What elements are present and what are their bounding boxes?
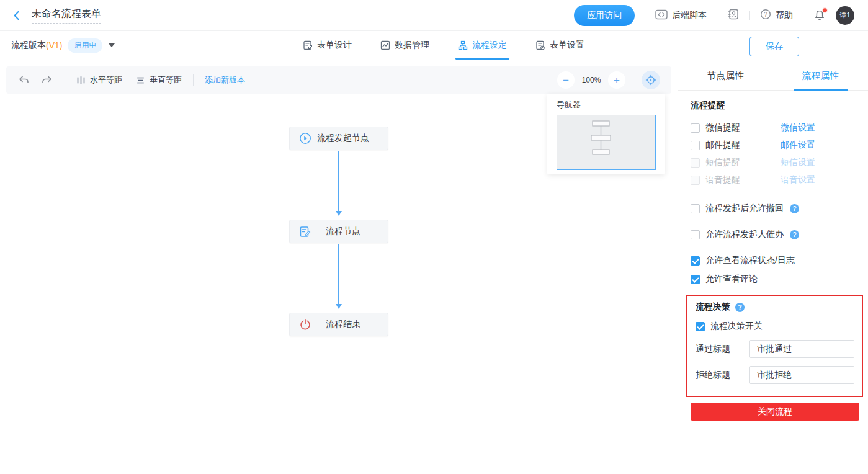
option-allow-withdraw: 流程发起后允许撤回 ? (691, 203, 858, 214)
option-view-status: 允许查看流程状态/日志 (691, 255, 858, 266)
backend-script-label: 后端脚本 (672, 10, 707, 21)
zoom-out-button[interactable]: − (557, 71, 575, 89)
play-icon (299, 132, 311, 145)
reminder-label: 语音提醒 (705, 174, 781, 186)
flow-connector-arrow (338, 244, 339, 307)
data-chart-icon (380, 40, 390, 50)
flow-node-end[interactable]: 流程结束 (289, 313, 388, 336)
tab-flow-settings[interactable]: 流程设定 (458, 31, 507, 60)
email-reminder-checkbox[interactable] (691, 141, 700, 150)
wechat-reminder-checkbox[interactable] (691, 123, 700, 133)
sub-header: 流程版本(V1) 启用中 表单设计 数据管理 流程设定 表单设置 保存 (0, 31, 868, 60)
help-icon[interactable]: ? (790, 230, 799, 239)
reminder-row-sms: 短信提醒 短信设置 (691, 154, 858, 171)
help-button[interactable]: ? 帮助 (760, 9, 793, 22)
panel-tabs: 节点属性 流程属性 (678, 60, 868, 91)
tab-form-design[interactable]: 表单设计 (303, 31, 352, 60)
redo-button[interactable] (41, 74, 53, 86)
horizontal-spacing-button[interactable]: 水平等距 (76, 74, 122, 86)
divider (193, 74, 194, 86)
email-settings-link[interactable]: 邮件设置 (781, 140, 815, 151)
flow-icon (458, 40, 468, 50)
decision-switch-checkbox[interactable] (696, 322, 705, 331)
help-icon[interactable]: ? (735, 303, 745, 312)
vertical-spacing-label: 垂直等距 (150, 74, 182, 86)
save-button[interactable]: 保存 (749, 37, 799, 56)
divider (717, 11, 717, 20)
help-label: 帮助 (776, 10, 793, 21)
help-icon: ? (760, 9, 771, 22)
undo-button[interactable] (17, 74, 30, 86)
divider (803, 11, 803, 20)
version-selector[interactable]: 流程版本(V1) 启用中 (11, 38, 115, 53)
view-comments-checkbox[interactable] (691, 275, 700, 284)
sms-settings-link: 短信设置 (781, 157, 815, 168)
tab-label: 表单设置 (550, 40, 584, 51)
reminder-row-wechat: 微信提醒 微信设置 (691, 119, 858, 136)
form-settings-icon (535, 40, 545, 50)
decision-title: 流程决策 (696, 302, 730, 313)
reminder-label: 短信提醒 (705, 157, 781, 168)
redo-icon (41, 74, 53, 86)
notification-bell-button[interactable] (813, 9, 826, 22)
tab-flow-properties[interactable]: 流程属性 (773, 60, 868, 90)
reminder-row-voice: 语音提醒 语音设置 (691, 171, 858, 189)
zoom-in-button[interactable]: + (608, 71, 625, 89)
vertical-spacing-button[interactable]: 垂直等距 (136, 74, 182, 86)
option-label: 允许查看评论 (705, 274, 758, 285)
form-node-icon (299, 226, 311, 238)
address-book-button[interactable] (727, 8, 740, 22)
flow-canvas[interactable]: 水平等距 垂直等距 添加新版本 − 100% + 流程发起节点 (0, 60, 678, 473)
app-access-button[interactable]: 应用访问 (574, 5, 635, 26)
backend-script-button[interactable]: 后端脚本 (655, 9, 707, 22)
reject-title-input[interactable] (749, 366, 854, 384)
help-icon[interactable]: ? (790, 204, 799, 213)
address-book-icon (727, 8, 740, 22)
flow-connector-arrow (338, 151, 339, 214)
divider (645, 11, 645, 20)
version-number: (V1) (46, 40, 62, 50)
tab-node-properties[interactable]: 节点属性 (678, 60, 773, 90)
reject-title-label: 拒绝标题 (696, 370, 749, 381)
view-status-checkbox[interactable] (691, 256, 700, 266)
fit-view-button[interactable] (642, 71, 660, 89)
add-new-version-link[interactable]: 添加新版本 (205, 74, 245, 86)
close-flow-button[interactable]: 关闭流程 (691, 403, 859, 421)
allow-urge-checkbox[interactable] (691, 230, 700, 239)
tab-form-settings[interactable]: 表单设置 (535, 31, 584, 60)
sms-reminder-checkbox (691, 158, 700, 168)
flow-node-middle[interactable]: 流程节点 (289, 220, 388, 243)
pass-title-input[interactable] (749, 340, 854, 358)
page-title[interactable]: 未命名流程表单 (32, 7, 101, 24)
reminder-label: 邮件提醒 (705, 140, 781, 151)
tab-label: 流程设定 (472, 40, 507, 51)
minimap-nodes (557, 115, 655, 169)
pass-title-row: 通过标题 (696, 340, 854, 358)
code-icon (655, 9, 668, 22)
allow-withdraw-checkbox[interactable] (691, 204, 700, 213)
pass-title-label: 通过标题 (696, 344, 749, 355)
flow-node-start[interactable]: 流程发起节点 (289, 127, 388, 150)
reminder-label: 微信提醒 (705, 122, 781, 133)
node-label: 流程发起节点 (308, 133, 369, 144)
back-icon[interactable] (11, 10, 22, 21)
notification-dot (822, 7, 828, 13)
flow-decision-section: 流程决策 ? 流程决策开关 通过标题 拒绝标题 (686, 295, 863, 397)
decision-switch-label: 流程决策开关 (710, 321, 763, 332)
decision-switch-row: 流程决策开关 (696, 321, 854, 332)
wechat-settings-link[interactable]: 微信设置 (781, 122, 815, 133)
tab-data-management[interactable]: 数据管理 (380, 31, 429, 60)
voice-settings-link: 语音设置 (781, 174, 815, 186)
navigator-panel: 导航器 (547, 94, 665, 174)
tab-label: 数据管理 (395, 40, 429, 51)
reminder-row-email: 邮件提醒 邮件设置 (691, 136, 858, 154)
avatar[interactable]: 谭1 (836, 6, 854, 25)
option-label: 允许流程发起人催办 (705, 229, 784, 240)
crosshair-icon (645, 74, 656, 86)
canvas-toolbar: 水平等距 垂直等距 添加新版本 − 100% + (6, 66, 671, 94)
main-tabs: 表单设计 数据管理 流程设定 表单设置 (303, 31, 584, 60)
minimap[interactable] (557, 115, 656, 170)
form-design-icon (303, 40, 313, 50)
option-allow-urge: 允许流程发起人催办 ? (691, 229, 858, 240)
reject-title-row: 拒绝标题 (696, 366, 854, 384)
